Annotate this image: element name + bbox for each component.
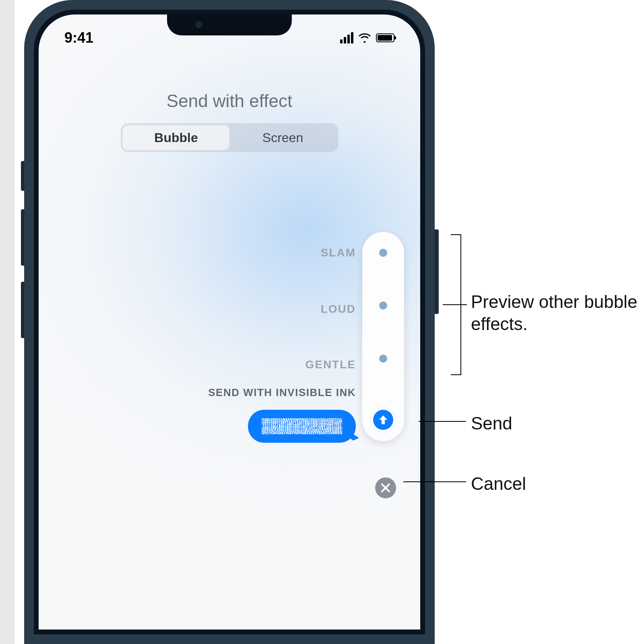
callout-line xyxy=(419,421,466,422)
page-title: Send with effect xyxy=(39,91,420,111)
callout-send-label: Send xyxy=(471,412,512,434)
phone-frame: 9:41 Send with effect xyxy=(24,0,435,644)
effect-selector-pill xyxy=(362,232,404,441)
cellular-icon xyxy=(340,32,353,43)
callout-line xyxy=(403,481,466,482)
effect-label-slam: SLAM xyxy=(321,246,356,259)
phone-bezel: 9:41 Send with effect xyxy=(34,10,425,634)
effect-label-loud: LOUD xyxy=(321,303,356,316)
effect-label-gentle: GENTLE xyxy=(305,358,356,371)
effect-option-slam[interactable] xyxy=(379,249,387,257)
invisible-ink-effect-icon xyxy=(262,418,342,434)
send-button[interactable] xyxy=(371,407,396,432)
tab-screen[interactable]: Screen xyxy=(229,125,336,150)
wifi-icon xyxy=(358,33,371,43)
close-icon xyxy=(380,483,391,493)
volume-up-button xyxy=(21,209,24,266)
status-icons xyxy=(340,32,394,43)
status-time: 9:41 xyxy=(64,29,93,46)
effect-label-invisible-ink: SEND WITH INVISIBLE INK xyxy=(208,386,356,399)
effect-type-segmented-control[interactable]: Bubble Screen xyxy=(121,123,338,152)
tab-bubble[interactable]: Bubble xyxy=(123,125,229,150)
volume-down-button xyxy=(21,282,24,338)
page-margin xyxy=(0,0,14,644)
notch xyxy=(167,14,292,35)
cancel-button[interactable] xyxy=(375,477,396,498)
arrow-up-icon xyxy=(376,413,390,427)
effect-option-loud[interactable] xyxy=(379,301,387,310)
camera-dot xyxy=(195,21,202,28)
side-button xyxy=(435,229,439,314)
callout-cancel-label: Cancel xyxy=(471,473,526,495)
callout-line xyxy=(443,304,467,305)
effect-option-gentle[interactable] xyxy=(379,355,387,363)
callout-preview-label: Preview other bubble effects. xyxy=(471,291,644,335)
battery-icon xyxy=(376,33,394,42)
tab-screen-label: Screen xyxy=(262,130,303,145)
phone-screen: 9:41 Send with effect xyxy=(39,14,420,630)
silent-switch xyxy=(21,161,24,191)
tab-bubble-label: Bubble xyxy=(154,130,198,145)
message-bubble-preview xyxy=(248,410,356,443)
